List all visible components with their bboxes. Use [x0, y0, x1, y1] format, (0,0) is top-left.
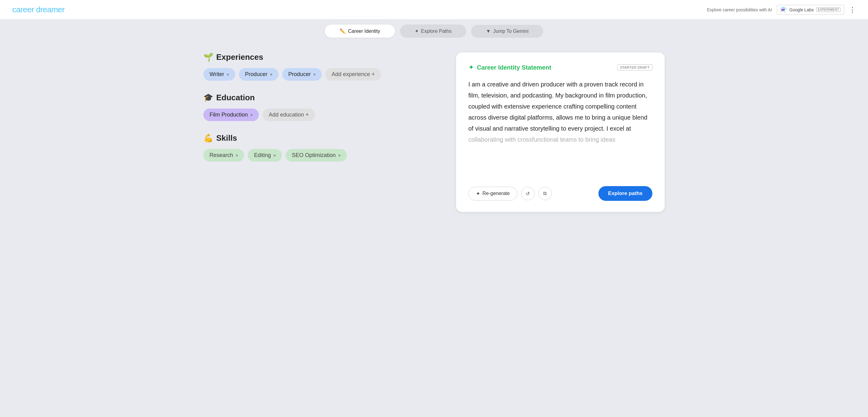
- section-education: 🎓 Education Film Production × Add educat…: [203, 93, 446, 121]
- experiences-title-text: Experiences: [216, 53, 263, 62]
- career-identity-card: ✦ Career Identity Statement STARTER DRAF…: [456, 53, 665, 212]
- card-header: ✦ Career Identity Statement STARTER DRAF…: [468, 63, 652, 71]
- skills-emoji: 💪: [203, 133, 213, 143]
- chip-film-production-label: Film Production: [210, 111, 248, 118]
- gemini-star-icon: ✦: [468, 63, 474, 71]
- chip-writer[interactable]: Writer ×: [203, 68, 235, 81]
- copy-icon: ⧉: [543, 191, 547, 196]
- chip-producer-2-label: Producer: [288, 71, 311, 77]
- logo-text: career: [12, 5, 36, 14]
- tab-jump-to-gemini[interactable]: ▼ Jump To Gemini: [471, 25, 543, 38]
- career-statement-text: I am a creative and driven producer with…: [468, 79, 652, 145]
- edit-icon: ✏️: [340, 28, 346, 34]
- chip-research[interactable]: Research ×: [203, 149, 244, 162]
- chip-producer-1-remove[interactable]: ×: [270, 72, 272, 77]
- card-title-row: ✦ Career Identity Statement: [468, 63, 551, 71]
- explore-paths-label: Explore paths: [608, 190, 643, 196]
- skills-title: 💪 Skills: [203, 133, 446, 143]
- chip-producer-2[interactable]: Producer ×: [282, 68, 322, 81]
- sparkle-regen-icon: ✦: [476, 191, 480, 196]
- chip-producer-2-remove[interactable]: ×: [313, 72, 316, 77]
- explore-paths-button[interactable]: Explore paths: [598, 186, 652, 201]
- education-emoji: 🎓: [203, 93, 213, 102]
- add-education-button[interactable]: Add education +: [262, 108, 315, 121]
- experiences-title: 🌱 Experiences: [203, 53, 446, 62]
- chip-research-remove[interactable]: ×: [236, 153, 238, 158]
- chip-writer-remove[interactable]: ×: [227, 72, 229, 77]
- add-education-label: Add education +: [269, 111, 309, 118]
- skills-chips: Research × Editing × SEO Optimization ×: [203, 149, 446, 162]
- google-labs-badge: ⚗️ Google Labs EXPERIMENT: [777, 5, 844, 15]
- header-logo: career dreamer: [12, 5, 65, 14]
- add-experience-button[interactable]: Add experience +: [326, 68, 381, 81]
- experiences-emoji: 🌱: [203, 53, 213, 62]
- tab-explore-paths[interactable]: ✦ Explore Paths: [400, 25, 466, 38]
- card-footer: ✦ Re-generate ↺ ⧉ Explore paths: [468, 181, 652, 201]
- chip-seo-label: SEO Optimization: [292, 152, 336, 159]
- education-title-text: Education: [216, 93, 255, 102]
- footer-left: ✦ Re-generate ↺ ⧉: [468, 187, 552, 200]
- right-panel: ✦ Career Identity Statement STARTER DRAF…: [456, 53, 665, 212]
- tab-explore-paths-label: Explore Paths: [421, 29, 452, 34]
- arrow-icon: ▼: [486, 29, 491, 34]
- card-body: I am a creative and driven producer with…: [468, 79, 652, 175]
- left-panel: 🌱 Experiences Writer × Producer × Produc…: [203, 53, 446, 212]
- section-experiences: 🌱 Experiences Writer × Producer × Produc…: [203, 53, 446, 81]
- chip-editing[interactable]: Editing ×: [248, 149, 282, 162]
- chip-editing-label: Editing: [254, 152, 271, 159]
- chip-research-label: Research: [210, 152, 233, 159]
- header: career dreamer Explore career possibilit…: [0, 0, 868, 20]
- history-icon: ↺: [526, 191, 530, 196]
- regenerate-button[interactable]: ✦ Re-generate: [468, 187, 518, 200]
- experiment-badge: EXPERIMENT: [816, 7, 841, 12]
- chip-producer-1-label: Producer: [245, 71, 268, 77]
- flask-icon: ⚗️: [780, 6, 787, 13]
- regenerate-label: Re-generate: [483, 191, 510, 196]
- chip-film-production[interactable]: Film Production ×: [203, 108, 259, 121]
- chip-editing-remove[interactable]: ×: [273, 153, 276, 158]
- education-title: 🎓 Education: [203, 93, 446, 102]
- tab-jump-to-gemini-label: Jump To Gemini: [493, 29, 528, 34]
- card-fade-overlay: [468, 151, 652, 175]
- tab-career-identity-label: Career Identity: [348, 29, 380, 34]
- education-chips: Film Production × Add education +: [203, 108, 446, 121]
- skills-title-text: Skills: [216, 133, 237, 143]
- sparkle-icon: ✦: [415, 28, 418, 34]
- chip-writer-label: Writer: [210, 71, 224, 77]
- starter-draft-badge: STARTER DRAFT: [617, 64, 652, 70]
- add-experience-label: Add experience +: [332, 71, 375, 77]
- chip-producer-1[interactable]: Producer ×: [239, 68, 279, 81]
- tab-career-identity[interactable]: ✏️ Career Identity: [325, 25, 395, 38]
- header-right: Explore career possibilities with AI ⚗️ …: [707, 5, 856, 15]
- history-button[interactable]: ↺: [521, 187, 535, 200]
- more-options-icon[interactable]: ⋮: [849, 6, 856, 14]
- google-labs-label: Google Labs: [789, 7, 814, 12]
- nav-tabs: ✏️ Career Identity ✦ Explore Paths ▼ Jum…: [0, 20, 868, 43]
- section-skills: 💪 Skills Research × Editing × SEO Optimi…: [203, 133, 446, 162]
- chip-seo[interactable]: SEO Optimization ×: [285, 149, 347, 162]
- logo-accent: dreamer: [36, 5, 64, 14]
- chip-seo-remove[interactable]: ×: [338, 153, 341, 158]
- experiences-chips: Writer × Producer × Producer × Add exper…: [203, 68, 446, 81]
- main-content: 🌱 Experiences Writer × Producer × Produc…: [189, 43, 679, 222]
- copy-button[interactable]: ⧉: [538, 187, 552, 200]
- chip-film-production-remove[interactable]: ×: [250, 113, 253, 118]
- career-card-title: Career Identity Statement: [477, 64, 551, 71]
- explore-ai-text: Explore career possibilities with AI: [707, 7, 772, 12]
